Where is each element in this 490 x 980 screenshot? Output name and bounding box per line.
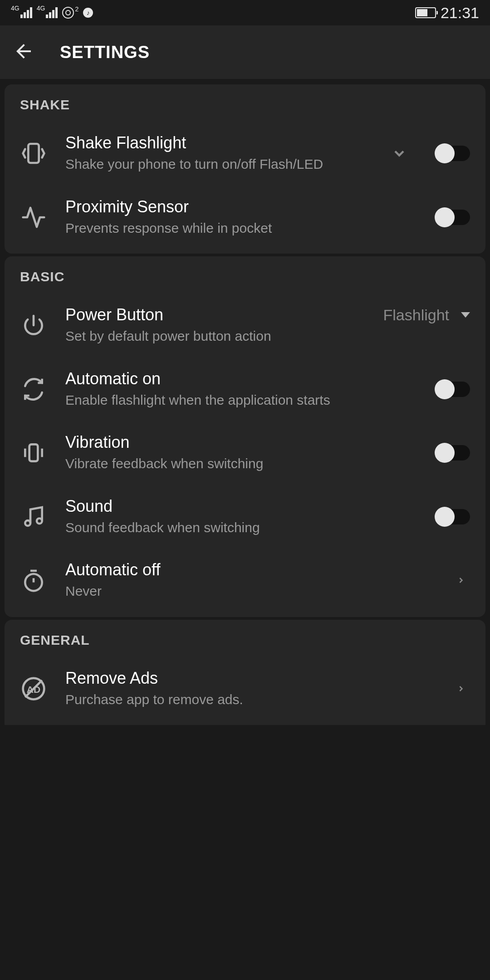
content: SHAKE Shake Flashlight Shake your phone … [0, 79, 490, 725]
power-icon [20, 313, 47, 338]
battery-icon [415, 7, 436, 18]
row-power-button[interactable]: Power Button Flashlight Set by default p… [5, 294, 485, 358]
signal-2-icon: 4G [37, 7, 58, 18]
row-title: Automatic off [65, 560, 434, 579]
chevron-right-icon [452, 571, 470, 589]
row-sound[interactable]: Sound Sound feedback when switching [5, 485, 485, 549]
row-sub: Shake your phone to turn on/off Flash/LE… [65, 155, 372, 174]
chevron-down-icon[interactable] [390, 144, 408, 162]
row-title: Vibration [65, 433, 408, 452]
row-title: Power Button [65, 305, 163, 324]
toggle-shake-flashlight[interactable] [436, 146, 470, 161]
signal-1-icon: 4G [11, 7, 32, 18]
section-header-general: GENERAL [5, 631, 485, 657]
status-left: 4G 4G 2 ♪ [11, 7, 93, 19]
row-auto-off[interactable]: Automatic off Never [5, 549, 485, 612]
toggle-proximity[interactable] [436, 210, 470, 225]
section-header-basic: BASIC [5, 267, 485, 294]
row-title: Sound [65, 497, 408, 516]
svg-point-4 [25, 520, 30, 526]
toggle-sound[interactable] [436, 509, 470, 524]
section-header-shake: SHAKE [5, 95, 485, 122]
row-sub: Set by default power button action [65, 327, 470, 346]
section-basic: BASIC Power Button Flashlight Set by def… [5, 256, 485, 617]
timer-icon [20, 568, 47, 593]
row-title: Proximity Sensor [65, 197, 408, 216]
row-remove-ads[interactable]: AD Remove Ads Purchase app to remove ads… [5, 657, 485, 721]
music-note-icon [20, 504, 47, 529]
row-shake-flashlight[interactable]: Shake Flashlight Shake your phone to tur… [5, 122, 485, 186]
page-title: SETTINGS [60, 43, 150, 62]
section-general: GENERAL AD Remove Ads Purchase app to re… [5, 620, 485, 725]
clock: 21:31 [441, 4, 479, 22]
row-sub: Purchase app to remove ads. [65, 691, 434, 709]
music-icon: ♪ [83, 8, 93, 18]
toggle-auto-on[interactable] [436, 382, 470, 397]
arrow-left-icon [13, 40, 34, 62]
svg-point-6 [25, 574, 42, 591]
back-button[interactable] [13, 40, 34, 64]
app-bar: SETTINGS [0, 25, 490, 79]
no-ads-icon: AD [20, 676, 47, 701]
power-button-value: Flashlight [383, 306, 449, 324]
row-sub: Never [65, 582, 434, 601]
row-title: Remove Ads [65, 669, 434, 688]
status-bar: 4G 4G 2 ♪ 21:31 [0, 0, 490, 25]
toggle-vibration[interactable] [436, 445, 470, 461]
row-sub: Enable flashlight when the application s… [65, 391, 408, 410]
activity-icon [20, 205, 47, 230]
svg-rect-0 [28, 144, 39, 163]
row-sub: Prevents response while in pocket [65, 219, 408, 238]
shake-phone-icon [20, 141, 47, 166]
vibration-icon [20, 440, 47, 466]
hotspot-icon: 2 [62, 7, 78, 19]
section-shake: SHAKE Shake Flashlight Shake your phone … [5, 84, 485, 254]
row-vibration[interactable]: Vibration Vibrate feedback when switchin… [5, 421, 485, 485]
row-sub: Vibrate feedback when switching [65, 455, 408, 473]
dropdown-caret-icon[interactable] [461, 312, 470, 318]
svg-rect-1 [29, 445, 38, 461]
row-sub: Sound feedback when switching [65, 519, 408, 537]
row-title: Shake Flashlight [65, 133, 372, 152]
svg-point-5 [37, 518, 42, 524]
status-right: 21:31 [415, 4, 479, 22]
chevron-right-icon [452, 680, 470, 698]
refresh-icon [20, 377, 47, 402]
row-title: Automatic on [65, 369, 408, 388]
row-auto-on[interactable]: Automatic on Enable flashlight when the … [5, 358, 485, 421]
row-proximity[interactable]: Proximity Sensor Prevents response while… [5, 186, 485, 250]
